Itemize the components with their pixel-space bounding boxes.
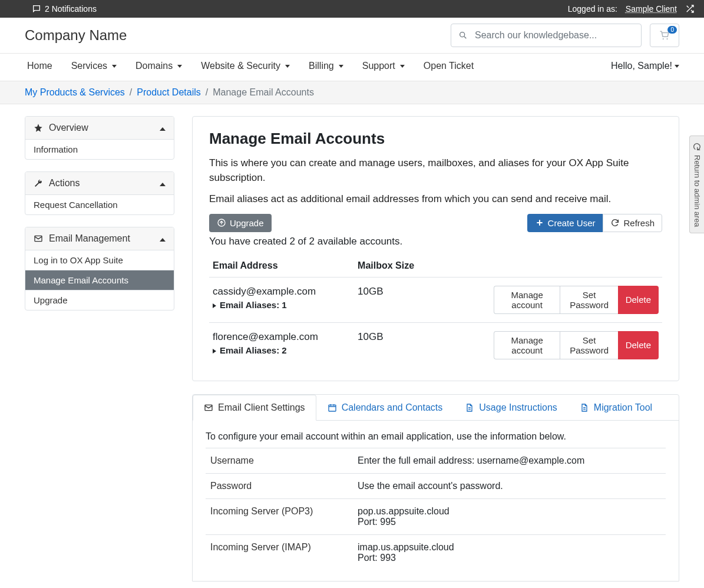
- page-title: Manage Email Accounts: [209, 130, 662, 148]
- sidebar-item-log-in-to-ox-app-suite[interactable]: Log in to OX App Suite: [25, 250, 174, 270]
- panel-overview-title: Overview: [49, 123, 88, 133]
- mailbox-size: 10GB: [354, 322, 490, 368]
- search-icon: [451, 31, 475, 40]
- settings-table: UsernameEnter the full email address: us…: [206, 448, 666, 570]
- cart-badge: 0: [667, 26, 677, 34]
- breadcrumb-details[interactable]: Product Details: [137, 87, 201, 98]
- panel-email: Email Management Log in to OX App SuiteM…: [25, 227, 174, 310]
- main: Manage Email Accounts This is where you …: [192, 116, 679, 582]
- sidebar-item-cancellation[interactable]: Request Cancellation: [25, 195, 174, 214]
- tab-calendars-and-contacts[interactable]: Calendars and Contacts: [316, 395, 454, 421]
- mailbox-size: 10GB: [354, 277, 490, 322]
- nav-greeting[interactable]: Hello, Sample!: [611, 61, 679, 71]
- delete-button[interactable]: Delete: [618, 286, 659, 314]
- tab-icon: [580, 403, 589, 412]
- tab-intro: To configure your email account within a…: [206, 431, 666, 442]
- breadcrumb-separator: /: [130, 87, 132, 98]
- aliases-toggle[interactable]: Email Aliases: 1: [213, 300, 351, 310]
- chevron-up-icon: [160, 123, 166, 133]
- comment-icon: [32, 4, 41, 14]
- notifications-link[interactable]: 2 Notifications: [45, 4, 97, 14]
- manage-account-button[interactable]: Manage account: [494, 286, 560, 314]
- refresh-icon: [692, 142, 702, 151]
- tab-icon: [465, 403, 474, 412]
- set-password-button[interactable]: Set Password: [560, 286, 617, 314]
- settings-value: imap.us.appsuite.cloudPort: 993: [353, 534, 666, 570]
- intro-2: Email aliases act as additional email ad…: [209, 192, 662, 207]
- chevron-right-icon: [213, 300, 217, 310]
- chevron-up-icon: [160, 233, 166, 244]
- star-icon: [34, 123, 43, 133]
- col-size: Mailbox Size: [354, 255, 490, 278]
- panel-actions-head[interactable]: Actions: [25, 172, 174, 195]
- tab-label: Usage Instructions: [479, 402, 557, 413]
- nav-item-billing[interactable]: Billing: [306, 57, 346, 75]
- search-input[interactable]: [475, 30, 641, 41]
- aliases-label: Email Aliases: 2: [220, 345, 287, 355]
- panel-email-head[interactable]: Email Management: [25, 227, 174, 250]
- panel-overview: Overview Information: [25, 116, 174, 160]
- nav-item-website-security[interactable]: Website & Security: [199, 57, 292, 75]
- nav-item-open-ticket[interactable]: Open Ticket: [421, 57, 476, 75]
- sidebar-item-upgrade[interactable]: Upgrade: [25, 290, 174, 310]
- settings-label: Incoming Server (POP3): [206, 498, 353, 534]
- set-password-button[interactable]: Set Password: [560, 331, 617, 359]
- topbar: 2 Notifications Logged in as: Sample Cli…: [0, 0, 704, 18]
- table-row: florence@example.comEmail Aliases: 210GB…: [209, 322, 662, 368]
- tab-icon: [204, 403, 213, 412]
- header: Company Name 0: [0, 18, 704, 54]
- chevron-right-icon: [213, 345, 217, 355]
- intro-1: This is where you can create and manage …: [209, 156, 662, 185]
- wrench-icon: [34, 179, 43, 188]
- create-user-label: Create User: [548, 218, 596, 228]
- account-email: cassidy@example.com: [213, 286, 351, 298]
- tab-label: Migration Tool: [594, 402, 652, 413]
- status-line: You have created 2 of 2 available accoun…: [209, 236, 662, 247]
- panel-overview-head[interactable]: Overview: [25, 117, 174, 140]
- client-name-link[interactable]: Sample Client: [626, 4, 677, 14]
- refresh-label: Refresh: [623, 218, 655, 228]
- sidebar-item-information[interactable]: Information: [25, 140, 174, 159]
- tab-migration-tool[interactable]: Migration Tool: [569, 395, 663, 421]
- tabs-card: Email Client SettingsCalendars and Conta…: [192, 394, 679, 582]
- panel-email-title: Email Management: [49, 233, 130, 244]
- tab-usage-instructions[interactable]: Usage Instructions: [454, 395, 569, 421]
- brand[interactable]: Company Name: [25, 27, 127, 44]
- settings-row: Incoming Server (IMAP)imap.us.appsuite.c…: [206, 534, 666, 570]
- manage-account-button[interactable]: Manage account: [494, 331, 560, 359]
- delete-button[interactable]: Delete: [618, 331, 659, 359]
- panel-actions-title: Actions: [49, 178, 80, 189]
- logged-in-label: Logged in as:: [568, 4, 617, 14]
- breadcrumb-current: Manage Email Accounts: [213, 87, 314, 98]
- refresh-button[interactable]: Refresh: [603, 214, 662, 232]
- nav-item-home[interactable]: Home: [25, 57, 55, 75]
- envelope-icon: [34, 234, 43, 243]
- nav-item-support[interactable]: Support: [360, 57, 407, 75]
- tab-bar: Email Client SettingsCalendars and Conta…: [193, 395, 679, 421]
- upgrade-button[interactable]: Upgrade: [209, 214, 272, 232]
- cart-button[interactable]: 0: [650, 24, 679, 47]
- chevron-up-icon: [160, 178, 166, 189]
- accounts-table: Email Address Mailbox Size cassidy@examp…: [209, 255, 662, 368]
- return-to-admin[interactable]: Return to admin area: [689, 136, 704, 233]
- plus-icon: [535, 218, 544, 227]
- sidebar-item-manage-email-accounts[interactable]: Manage Email Accounts: [25, 270, 174, 290]
- tab-email-client-settings[interactable]: Email Client Settings: [193, 395, 316, 421]
- nav: HomeServicesDomainsWebsite & SecurityBil…: [0, 54, 704, 81]
- create-user-button[interactable]: Create User: [527, 214, 603, 232]
- shuffle-icon[interactable]: [685, 4, 695, 14]
- breadcrumb: My Products & Services / Product Details…: [0, 81, 704, 104]
- tab-icon: [328, 403, 337, 412]
- tab-label: Calendars and Contacts: [342, 402, 443, 413]
- settings-value: pop.us.appsuite.cloudPort: 995: [353, 498, 666, 534]
- settings-label: Password: [206, 473, 353, 498]
- refresh-icon: [610, 218, 620, 227]
- aliases-toggle[interactable]: Email Aliases: 2: [213, 345, 351, 355]
- settings-label: Username: [206, 448, 353, 473]
- nav-item-services[interactable]: Services: [69, 57, 119, 75]
- return-to-admin-label: Return to admin area: [693, 155, 702, 227]
- panel-actions: Actions Request Cancellation: [25, 171, 174, 215]
- breadcrumb-products[interactable]: My Products & Services: [25, 87, 125, 98]
- nav-item-domains[interactable]: Domains: [133, 57, 184, 75]
- search-box[interactable]: [451, 24, 642, 47]
